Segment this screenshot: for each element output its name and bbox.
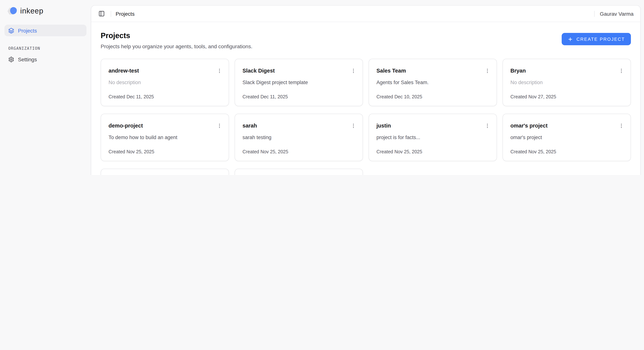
sidebar: inkeep Projects ORGANIZATION Settings bbox=[0, 0, 91, 175]
page-header-text: Projects Projects help you organize your… bbox=[101, 31, 252, 49]
project-name: sarah bbox=[242, 122, 257, 129]
project-name: omar's project bbox=[510, 122, 548, 129]
kebab-menu-button[interactable] bbox=[349, 66, 357, 75]
sidebar-item-label: Settings bbox=[18, 56, 37, 62]
project-description: Agents for Sales Team. bbox=[376, 80, 489, 85]
page-title: Projects bbox=[101, 31, 252, 40]
projects-page: Projects Projects help you organize your… bbox=[91, 22, 640, 175]
project-card[interactable]: justin project is for facts... Created N… bbox=[368, 114, 497, 161]
inkeep-logo-icon bbox=[8, 7, 17, 16]
project-created-date: Created Nov 27, 2025 bbox=[510, 94, 623, 99]
project-card[interactable]: Chat to edit Chat to edit project Create… bbox=[101, 169, 229, 175]
brand-wordmark: inkeep bbox=[20, 7, 44, 14]
kebab-menu-button[interactable] bbox=[349, 121, 357, 130]
kebab-menu-button[interactable] bbox=[483, 121, 491, 130]
project-name: demo-project bbox=[108, 122, 143, 129]
project-description: omar's project bbox=[510, 135, 623, 140]
kebab-vertical-icon bbox=[350, 68, 356, 73]
project-name: Bryan bbox=[510, 67, 526, 74]
project-card[interactable]: omar's project omar's project Created No… bbox=[502, 114, 631, 161]
project-card[interactable]: Bryan No description Created Nov 27, 202… bbox=[502, 59, 631, 106]
sidebar-item-settings[interactable]: Settings bbox=[4, 53, 86, 65]
project-card[interactable]: demo-project To demo how to build an age… bbox=[101, 114, 229, 161]
project-name: Sales Team bbox=[376, 67, 406, 74]
project-created-date: Created Dec 11, 2025 bbox=[108, 94, 221, 99]
create-project-button[interactable]: CREATE PROJECT bbox=[562, 33, 631, 45]
kebab-menu-button[interactable] bbox=[617, 66, 625, 75]
project-description: No description bbox=[108, 80, 221, 85]
app-window: inkeep Projects ORGANIZATION Settings bbox=[0, 0, 644, 175]
plus-icon bbox=[568, 36, 573, 42]
page-subtitle: Projects help you organize your agents, … bbox=[101, 43, 252, 49]
project-created-date: Created Nov 25, 2025 bbox=[242, 149, 355, 154]
sidebar-nav: Projects ORGANIZATION Settings bbox=[4, 25, 86, 65]
kebab-menu-button[interactable] bbox=[215, 66, 224, 75]
header-divider bbox=[594, 11, 594, 17]
project-name: justin bbox=[376, 122, 391, 129]
project-name: Slack Digest bbox=[242, 67, 275, 74]
project-card[interactable]: andrew-test No description Created Dec 1… bbox=[101, 59, 229, 106]
kebab-vertical-icon bbox=[618, 123, 624, 128]
sidebar-toggle-button[interactable] bbox=[96, 9, 106, 18]
project-created-date: Created Nov 25, 2025 bbox=[510, 149, 623, 154]
project-created-date: Created Nov 25, 2025 bbox=[376, 149, 489, 154]
project-card[interactable]: sarah sarah testing Created Nov 25, 2025 bbox=[234, 114, 363, 161]
kebab-menu-button[interactable] bbox=[617, 121, 625, 130]
sidebar-item-label: Projects bbox=[18, 27, 37, 33]
panel-left-icon bbox=[98, 10, 104, 17]
project-description: No description bbox=[510, 80, 623, 85]
sidebar-section-organization: ORGANIZATION bbox=[4, 46, 86, 50]
layers-icon bbox=[8, 27, 14, 33]
project-created-date: Created Dec 11, 2025 bbox=[242, 94, 355, 99]
kebab-vertical-icon bbox=[484, 68, 490, 73]
projects-grid: andrew-test No description Created Dec 1… bbox=[101, 59, 631, 175]
project-card[interactable]: Project 1 Project 1 Created Nov 24, 2025 bbox=[234, 169, 363, 175]
project-description: sarah testing bbox=[242, 135, 355, 140]
header-divider bbox=[111, 11, 111, 17]
gear-icon bbox=[8, 56, 14, 62]
top-bar: Projects Gaurav Varma bbox=[91, 5, 640, 22]
project-description: Slack Digest project template bbox=[242, 80, 355, 85]
create-project-label: CREATE PROJECT bbox=[576, 36, 625, 42]
kebab-menu-button[interactable] bbox=[215, 121, 224, 130]
kebab-menu-button[interactable] bbox=[483, 66, 491, 75]
project-name: andrew-test bbox=[108, 67, 139, 74]
sidebar-item-projects[interactable]: Projects bbox=[4, 25, 86, 36]
brand-logo[interactable]: inkeep bbox=[4, 5, 86, 16]
kebab-vertical-icon bbox=[216, 123, 222, 128]
project-created-date: Created Nov 25, 2025 bbox=[108, 149, 221, 154]
kebab-vertical-icon bbox=[618, 68, 624, 73]
project-description: To demo how to build an agent bbox=[108, 135, 221, 140]
breadcrumb: Projects bbox=[116, 11, 134, 17]
project-card[interactable]: Slack Digest Slack Digest project templa… bbox=[234, 59, 363, 106]
project-card[interactable]: Sales Team Agents for Sales Team. Create… bbox=[368, 59, 497, 106]
page-header: Projects Projects help you organize your… bbox=[101, 31, 631, 49]
kebab-vertical-icon bbox=[350, 123, 356, 128]
project-description: project is for facts... bbox=[376, 135, 489, 140]
main-panel: Projects Gaurav Varma Projects Projects … bbox=[91, 5, 641, 175]
kebab-vertical-icon bbox=[484, 123, 490, 128]
project-created-date: Created Dec 10, 2025 bbox=[376, 94, 489, 99]
user-menu-button[interactable]: Gaurav Varma bbox=[599, 11, 634, 17]
kebab-vertical-icon bbox=[216, 68, 222, 73]
